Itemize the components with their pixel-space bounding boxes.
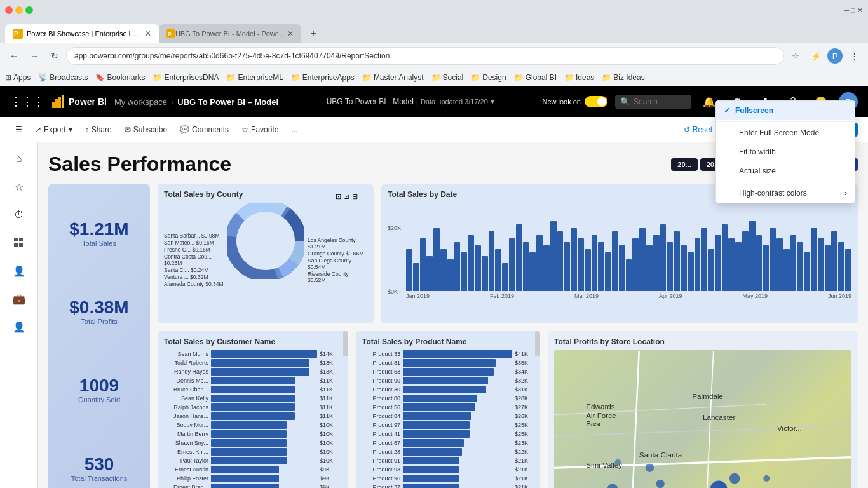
sidebar-icon-recent[interactable]: ⏱ — [8, 203, 31, 226]
close-tab-btn[interactable]: ✕ — [145, 29, 151, 38]
focus-icon[interactable]: ⊡ — [336, 193, 341, 201]
maximize-btn[interactable] — [25, 6, 33, 14]
hamburger-icon[interactable]: ⋮⋮⋮ — [10, 95, 44, 109]
bookmark-social[interactable]: 📁 Social — [431, 73, 464, 82]
date-bar — [578, 238, 584, 291]
view-enter-fullscreen-item[interactable]: Enter Full Screen Mode — [716, 123, 855, 142]
product-row: Product 84 $26K — [362, 412, 534, 420]
comments-btn[interactable]: 💬 Comments — [175, 123, 234, 137]
expand-sidebar-btn[interactable]: ☰ — [10, 123, 27, 137]
date-bar — [825, 245, 831, 291]
view-fit-width-item[interactable]: Fit to width — [716, 142, 855, 161]
new-look-toggle[interactable]: New look on — [542, 96, 607, 107]
expand-icon[interactable]: ⊞ — [352, 193, 358, 201]
customer-bar-wrap-0 — [211, 350, 317, 358]
date-bar — [715, 235, 721, 291]
bookmark-bookmarks[interactable]: 🔖 Bookmarks — [95, 73, 145, 82]
product-row: Product 67 $23K — [362, 439, 534, 447]
filter-icon[interactable]: ⊿ — [344, 193, 349, 201]
folder2-icon: 📁 — [226, 73, 236, 82]
kpi-total-transactions: 530 Total Transactions — [58, 454, 140, 482]
broadcasts-icon: 📡 — [38, 73, 48, 82]
export-btn[interactable]: ↗ Export ▾ — [30, 123, 78, 137]
pbi-nav-toggle[interactable]: ⋮⋮⋮ — [10, 95, 44, 109]
map-chart-card: Total Profits by Store Location — [548, 331, 858, 488]
bookmark-enterprise-ml[interactable]: 📁 EnterpriseML — [226, 73, 283, 82]
export-chevron: ▾ — [69, 125, 72, 134]
product-name-13: Product 93 — [362, 466, 400, 473]
county-label-5: Ventura ... $0.32M — [164, 274, 224, 280]
product-bar-wrap-4 — [403, 386, 512, 393]
customer-val-11: $10K — [320, 449, 342, 455]
bookmark-enterprise-apps[interactable]: 📁 EnterpriseApps — [291, 73, 355, 82]
customer-val-13: $9K — [320, 466, 342, 473]
customer-name-14: Philip Foster — [164, 475, 208, 482]
customer-bar-1 — [211, 359, 309, 367]
share-btn[interactable]: ↑ Share — [80, 123, 117, 137]
svg-rect-11 — [19, 243, 23, 247]
sidebar-icon-home[interactable]: ⌂ — [8, 147, 31, 170]
window-controls: ─ □ ✕ — [844, 6, 863, 15]
product-row: Product 93 $21K — [362, 466, 534, 473]
product-scrollbar[interactable] — [535, 331, 540, 356]
inactive-tab[interactable]: P UBG To Power BI - Model - Powe... ✕ — [159, 24, 301, 43]
close-tab2-btn[interactable]: ✕ — [287, 29, 294, 38]
date-bar — [447, 259, 454, 291]
product-bar-wrap-5 — [403, 395, 512, 402]
address-bar[interactable] — [66, 47, 784, 65]
active-tab[interactable]: P Power BI Showcase | Enterprise L... ✕ — [5, 24, 159, 43]
customer-row: Sean Morris $14K — [164, 350, 342, 358]
product-name-1: Product 81 — [362, 360, 400, 366]
bookmark-design[interactable]: 📁 Design — [471, 73, 506, 82]
customer-val-9: $10K — [320, 431, 342, 437]
customer-row: Todd Roberts $13K — [164, 359, 342, 367]
back-btn[interactable]: ← — [5, 47, 23, 65]
date-bar — [632, 238, 639, 291]
star-btn[interactable]: ☆ — [787, 47, 804, 65]
sidebar-icon-favorites[interactable]: ☆ — [8, 175, 31, 198]
bookmark-biz-ideas[interactable]: 📁 Biz Ideas — [602, 73, 644, 82]
extensions-btn[interactable]: ⚡ — [807, 47, 825, 65]
data-dropdown-icon[interactable]: ▾ — [491, 97, 494, 106]
bookmark-master-analyst[interactable]: 📁 Master Analyst — [362, 73, 424, 82]
sidebar-icon-apps[interactable] — [8, 231, 31, 254]
forward-btn[interactable]: → — [25, 47, 43, 65]
more-actions-btn[interactable]: ... — [286, 123, 302, 137]
pbi-search-box[interactable]: 🔍 — [615, 95, 691, 109]
bookmark-apps[interactable]: ⊞ Apps — [5, 73, 31, 82]
reload-btn[interactable]: ↻ — [46, 47, 64, 65]
county-label-la: Los Angeles County $1.21M — [308, 237, 367, 250]
subscribe-btn[interactable]: ✉ Subscribe — [119, 123, 172, 137]
view-actual-size-item[interactable]: Actual size — [716, 161, 855, 180]
sidebar-icon-bottom-user[interactable]: 👤 — [8, 315, 31, 338]
more-vis-icon[interactable]: ⋯ — [360, 193, 367, 201]
toggle-switch[interactable] — [585, 96, 607, 107]
view-high-contrast-item[interactable]: High-contrast colors › — [716, 184, 855, 203]
profile-btn[interactable]: P — [827, 48, 843, 64]
workspace-label[interactable]: My workspace — [114, 97, 167, 107]
county-chart-title: Total Sales by County — [164, 190, 243, 199]
close-btn[interactable] — [5, 6, 13, 14]
bookmark-global-bi[interactable]: 📁 Global BI — [514, 73, 557, 82]
bookmark-broadcasts[interactable]: 📡 Broadcasts — [38, 73, 88, 82]
year-filter-btn-1[interactable]: 20... — [671, 158, 697, 171]
new-tab-btn[interactable]: + — [304, 24, 323, 43]
sidebar-icon-shared[interactable]: 👤 — [8, 259, 31, 282]
minimize-btn[interactable] — [15, 6, 23, 14]
product-chart-title: Total Sales by Product Name — [362, 337, 534, 346]
search-input[interactable] — [634, 97, 678, 106]
customer-val-12: $10K — [320, 458, 342, 464]
product-bar-9 — [403, 430, 470, 438]
product-row: Product 80 $28K — [362, 395, 534, 402]
bookmark-enterprise-dna[interactable]: 📁 EnterprisesDNA — [153, 73, 219, 82]
bookmark-ideas[interactable]: 📁 Ideas — [564, 73, 594, 82]
date-y-bottom: $0K — [388, 288, 401, 295]
favorite-btn[interactable]: ☆ Favorite — [236, 123, 283, 137]
view-fullscreen-item[interactable]: ✓ Fullscreen — [716, 101, 855, 120]
more-btn[interactable]: ⋮ — [845, 47, 863, 65]
customer-scrollbar[interactable] — [343, 331, 348, 356]
county-labels-left: Santa Barbar... $0.08M San Mateo... $0.1… — [164, 203, 224, 317]
browser-controls: ← → ↻ ☆ ⚡ P ⋮ — [0, 43, 868, 69]
sidebar-icon-workspaces[interactable]: 💼 — [8, 287, 31, 310]
product-bar-13 — [403, 466, 459, 473]
